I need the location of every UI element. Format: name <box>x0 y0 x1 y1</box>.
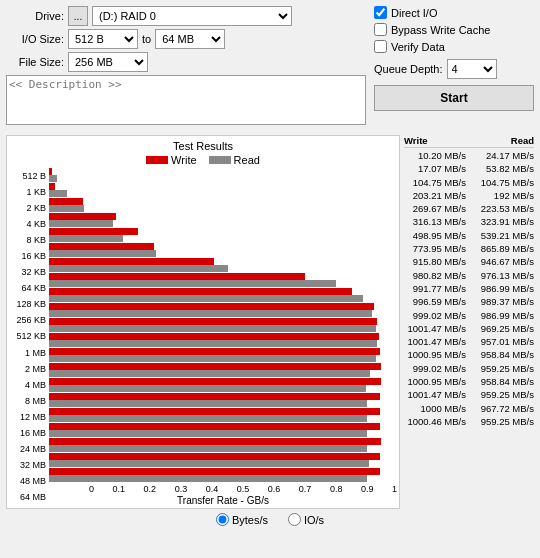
data-table-row: 1001.47 MB/s959.25 MB/s <box>404 388 534 401</box>
y-axis-label: 4 KB <box>9 220 49 229</box>
x-axis-label: 0.1 <box>113 484 126 494</box>
bar-pair <box>49 318 397 332</box>
x-axis: 00.10.20.30.40.50.60.70.80.91 <box>49 484 397 494</box>
bar-pair <box>49 468 397 482</box>
y-axis-label: 12 MB <box>9 413 49 422</box>
y-axis-label: 8 KB <box>9 236 49 245</box>
read-value: 53.82 MB/s <box>472 162 534 175</box>
y-axis-label: 64 MB <box>9 493 49 502</box>
x-title: Transfer Rate - GB/s <box>49 495 397 506</box>
chart-section: Test Results Write Read 512 B1 KB2 KB4 K… <box>6 135 534 509</box>
write-bar-row <box>49 213 397 220</box>
write-bar-row <box>49 273 397 280</box>
write-bar-row <box>49 423 397 430</box>
io-size-from-select[interactable]: 512 B <box>68 29 138 49</box>
read-bar-row <box>49 370 397 377</box>
bar-pair <box>49 333 397 347</box>
data-table-row: 1000.95 MB/s958.84 MB/s <box>404 375 534 388</box>
read-bar-row <box>49 415 397 422</box>
write-bar <box>49 438 381 445</box>
read-value: 104.75 MB/s <box>472 176 534 189</box>
read-legend-label: Read <box>234 154 260 166</box>
write-bar <box>49 273 305 280</box>
write-bar <box>49 228 138 235</box>
chart-area: Test Results Write Read 512 B1 KB2 KB4 K… <box>6 135 400 509</box>
write-bar-row <box>49 438 397 445</box>
read-value: 959.25 MB/s <box>472 362 534 375</box>
io-size-to-select[interactable]: 64 MB <box>155 29 225 49</box>
bar-pair <box>49 303 397 317</box>
write-value: 498.95 MB/s <box>404 229 466 242</box>
bars-wrapper: 512 B1 KB2 KB4 KB8 KB16 KB32 KB64 KB128 … <box>9 168 397 506</box>
file-size-label: File Size: <box>6 56 64 68</box>
read-bar-row <box>49 475 397 482</box>
file-size-select[interactable]: 256 MB <box>68 52 148 72</box>
data-table-row: 1001.47 MB/s969.25 MB/s <box>404 322 534 335</box>
write-bar-row <box>49 183 397 190</box>
drive-row: Drive: ... (D:) RAID 0 <box>6 6 366 26</box>
read-value: 959.25 MB/s <box>472 415 534 428</box>
verify-data-checkbox[interactable] <box>374 40 387 53</box>
write-bar-row <box>49 333 397 340</box>
write-bar-row <box>49 243 397 250</box>
top-section: Drive: ... (D:) RAID 0 I/O Size: 512 B t… <box>6 6 534 131</box>
write-value: 1001.47 MB/s <box>404 388 466 401</box>
read-bar <box>49 415 367 422</box>
y-axis-label: 1 KB <box>9 188 49 197</box>
read-value: 967.72 MB/s <box>472 402 534 415</box>
data-table-row: 316.13 MB/s323.91 MB/s <box>404 215 534 228</box>
description-textarea[interactable] <box>6 75 366 125</box>
file-size-row: File Size: 256 MB <box>6 52 366 72</box>
bottom-section: Bytes/s IO/s <box>6 513 534 526</box>
write-bar <box>49 183 55 190</box>
bytes-radio-row: Bytes/s <box>216 513 268 526</box>
data-table-row: 203.21 MB/s192 MB/s <box>404 189 534 202</box>
read-bar <box>49 310 372 317</box>
y-axis-label: 4 MB <box>9 381 49 390</box>
x-axis-label: 0.3 <box>175 484 188 494</box>
read-value: 957.01 MB/s <box>472 335 534 348</box>
bar-pair <box>49 213 397 227</box>
read-bar-row <box>49 460 397 467</box>
read-value: 959.25 MB/s <box>472 388 534 401</box>
read-value: 865.89 MB/s <box>472 242 534 255</box>
drive-select[interactable]: (D:) RAID 0 <box>92 6 292 26</box>
write-header: Write <box>404 135 428 146</box>
x-axis-label: 0.8 <box>330 484 343 494</box>
bar-pair <box>49 453 397 467</box>
write-bar <box>49 378 381 385</box>
data-table-row: 1000.95 MB/s958.84 MB/s <box>404 348 534 361</box>
read-value: 323.91 MB/s <box>472 215 534 228</box>
y-axis-label: 16 MB <box>9 429 49 438</box>
read-bar <box>49 220 113 227</box>
chart-legend: Write Read <box>9 154 397 166</box>
write-value: 999.02 MB/s <box>404 362 466 375</box>
bar-pair <box>49 393 397 407</box>
bypass-write-cache-checkbox[interactable] <box>374 23 387 36</box>
write-bar-row <box>49 378 397 385</box>
read-bar-row <box>49 250 397 257</box>
write-value: 203.21 MB/s <box>404 189 466 202</box>
verify-data-label: Verify Data <box>391 41 445 53</box>
data-table: Write Read 10.20 MB/s24.17 MB/s17.07 MB/… <box>404 135 534 509</box>
direct-io-label: Direct I/O <box>391 7 437 19</box>
bytes-radio[interactable] <box>216 513 229 526</box>
read-bar-row <box>49 310 397 317</box>
write-value: 996.59 MB/s <box>404 295 466 308</box>
ios-radio[interactable] <box>288 513 301 526</box>
queue-depth-select[interactable]: 4 <box>447 59 497 79</box>
y-axis-label: 512 B <box>9 172 49 181</box>
write-legend-color <box>146 156 168 164</box>
read-bar-row <box>49 340 397 347</box>
y-axis-label: 32 MB <box>9 461 49 470</box>
write-legend-label: Write <box>171 154 196 166</box>
data-table-row: 1000 MB/s967.72 MB/s <box>404 402 534 415</box>
drive-browse-button[interactable]: ... <box>68 6 88 26</box>
read-bar <box>49 355 376 362</box>
direct-io-checkbox[interactable] <box>374 6 387 19</box>
start-button[interactable]: Start <box>374 85 534 111</box>
y-axis-label: 2 KB <box>9 204 49 213</box>
write-value: 1000 MB/s <box>404 402 466 415</box>
read-bar-row <box>49 265 397 272</box>
write-value: 104.75 MB/s <box>404 176 466 189</box>
